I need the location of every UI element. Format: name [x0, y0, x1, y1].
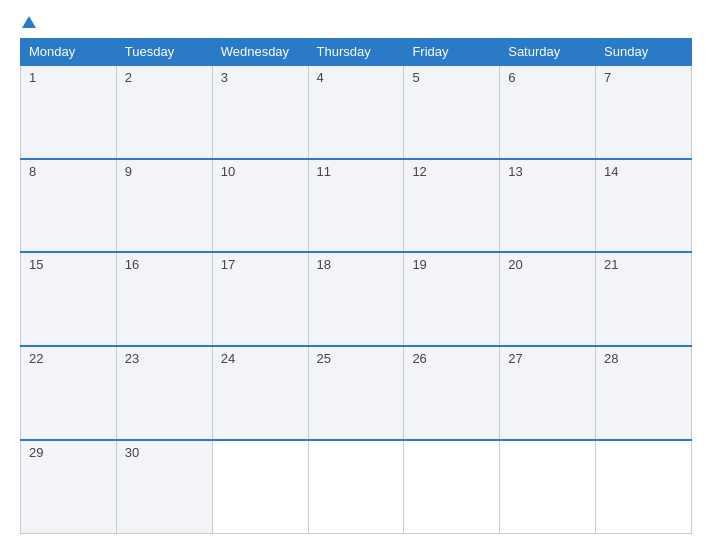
calendar-cell: 23	[116, 346, 212, 440]
weekday-header-thursday: Thursday	[308, 39, 404, 66]
day-number: 21	[604, 257, 618, 272]
calendar-cell: 27	[500, 346, 596, 440]
weekday-header-sunday: Sunday	[596, 39, 692, 66]
calendar-cell: 25	[308, 346, 404, 440]
calendar-week-row-5: 2930	[21, 440, 692, 534]
day-number: 9	[125, 164, 132, 179]
calendar-cell: 13	[500, 159, 596, 253]
day-number: 22	[29, 351, 43, 366]
logo-triangle-icon	[22, 16, 36, 28]
calendar-week-row-3: 15161718192021	[21, 252, 692, 346]
day-number: 17	[221, 257, 235, 272]
calendar-cell: 19	[404, 252, 500, 346]
day-number: 6	[508, 70, 515, 85]
weekday-header-row: MondayTuesdayWednesdayThursdayFridaySatu…	[21, 39, 692, 66]
calendar-cell: 12	[404, 159, 500, 253]
calendar-cell	[212, 440, 308, 534]
day-number: 12	[412, 164, 426, 179]
calendar-cell: 18	[308, 252, 404, 346]
weekday-header-saturday: Saturday	[500, 39, 596, 66]
calendar-cell: 24	[212, 346, 308, 440]
calendar-cell: 9	[116, 159, 212, 253]
calendar-table: MondayTuesdayWednesdayThursdayFridaySatu…	[20, 38, 692, 534]
calendar-body: 1234567891011121314151617181920212223242…	[21, 65, 692, 534]
day-number: 14	[604, 164, 618, 179]
day-number: 20	[508, 257, 522, 272]
day-number: 2	[125, 70, 132, 85]
day-number: 25	[317, 351, 331, 366]
logo	[20, 16, 36, 28]
weekday-header-tuesday: Tuesday	[116, 39, 212, 66]
calendar-cell: 6	[500, 65, 596, 159]
day-number: 29	[29, 445, 43, 460]
page-header	[20, 16, 692, 28]
day-number: 16	[125, 257, 139, 272]
day-number: 4	[317, 70, 324, 85]
calendar-cell: 5	[404, 65, 500, 159]
calendar-week-row-2: 891011121314	[21, 159, 692, 253]
day-number: 28	[604, 351, 618, 366]
calendar-cell: 15	[21, 252, 117, 346]
calendar-cell: 8	[21, 159, 117, 253]
calendar-cell: 21	[596, 252, 692, 346]
calendar-cell	[308, 440, 404, 534]
calendar-cell: 17	[212, 252, 308, 346]
calendar-cell: 3	[212, 65, 308, 159]
calendar-cell: 28	[596, 346, 692, 440]
day-number: 18	[317, 257, 331, 272]
calendar-cell: 14	[596, 159, 692, 253]
calendar-cell: 26	[404, 346, 500, 440]
day-number: 7	[604, 70, 611, 85]
calendar-cell: 29	[21, 440, 117, 534]
day-number: 19	[412, 257, 426, 272]
day-number: 24	[221, 351, 235, 366]
calendar-cell: 7	[596, 65, 692, 159]
logo-blue-text	[20, 16, 36, 28]
day-number: 8	[29, 164, 36, 179]
day-number: 3	[221, 70, 228, 85]
day-number: 26	[412, 351, 426, 366]
calendar-header: MondayTuesdayWednesdayThursdayFridaySatu…	[21, 39, 692, 66]
day-number: 5	[412, 70, 419, 85]
calendar-cell: 2	[116, 65, 212, 159]
weekday-header-friday: Friday	[404, 39, 500, 66]
calendar-cell: 30	[116, 440, 212, 534]
calendar-week-row-1: 1234567	[21, 65, 692, 159]
calendar-cell	[500, 440, 596, 534]
calendar-cell	[404, 440, 500, 534]
calendar-cell: 20	[500, 252, 596, 346]
day-number: 13	[508, 164, 522, 179]
calendar-cell	[596, 440, 692, 534]
day-number: 30	[125, 445, 139, 460]
calendar-cell: 22	[21, 346, 117, 440]
calendar-cell: 10	[212, 159, 308, 253]
calendar-cell: 11	[308, 159, 404, 253]
weekday-header-wednesday: Wednesday	[212, 39, 308, 66]
day-number: 11	[317, 164, 331, 179]
calendar-cell: 4	[308, 65, 404, 159]
weekday-header-monday: Monday	[21, 39, 117, 66]
day-number: 10	[221, 164, 235, 179]
calendar-week-row-4: 22232425262728	[21, 346, 692, 440]
day-number: 23	[125, 351, 139, 366]
calendar-cell: 1	[21, 65, 117, 159]
calendar-cell: 16	[116, 252, 212, 346]
day-number: 15	[29, 257, 43, 272]
day-number: 1	[29, 70, 36, 85]
day-number: 27	[508, 351, 522, 366]
